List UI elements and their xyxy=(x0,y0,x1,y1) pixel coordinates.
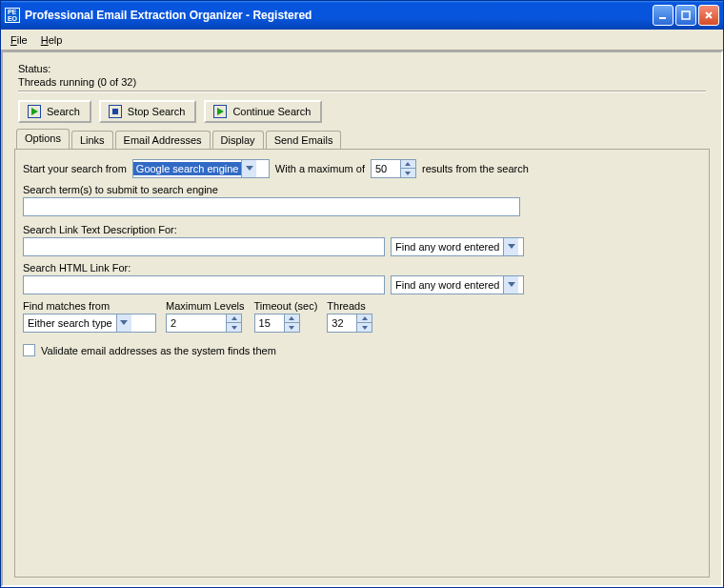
status-area: Status: Threads running (0 of 32) xyxy=(14,60,710,96)
tabstrip: Options Links Email Addresses Display Se… xyxy=(16,129,710,149)
continue-search-label: Continue Search xyxy=(232,106,311,117)
max-results-spinner[interactable]: 50 xyxy=(371,159,416,178)
window-title: Professional Email Extraction Organizer … xyxy=(25,9,653,22)
play-icon xyxy=(213,105,227,118)
svg-marker-18 xyxy=(289,316,294,320)
link-desc-mode-value: Find any word entered xyxy=(392,241,503,253)
menu-file[interactable]: File xyxy=(5,32,33,48)
max-results-value: 50 xyxy=(372,163,400,174)
app-icon: PEEO xyxy=(5,8,20,23)
svg-marker-21 xyxy=(362,326,368,330)
svg-rect-7 xyxy=(112,109,118,114)
svg-rect-1 xyxy=(682,11,690,19)
spin-up-icon[interactable] xyxy=(356,314,372,323)
stop-search-label: Stop Search xyxy=(128,106,186,117)
threads-value: 32 xyxy=(328,317,356,329)
maximize-button[interactable] xyxy=(675,5,696,26)
continue-search-button[interactable]: Continue Search xyxy=(204,100,322,123)
start-search-label: Start your search from xyxy=(23,163,127,174)
play-icon xyxy=(28,105,41,118)
chevron-down-icon xyxy=(241,160,256,177)
svg-marker-20 xyxy=(362,316,368,320)
status-threads: Threads running (0 of 32) xyxy=(18,75,706,89)
svg-marker-16 xyxy=(231,316,237,320)
find-from-label: Find matches from xyxy=(23,300,156,312)
svg-marker-11 xyxy=(405,162,411,166)
svg-rect-0 xyxy=(659,17,666,19)
stop-search-button[interactable]: Stop Search xyxy=(99,100,197,123)
html-link-input[interactable] xyxy=(23,275,385,294)
timeout-spinner[interactable]: 15 xyxy=(254,314,300,333)
threads-label: Threads xyxy=(327,300,372,312)
spin-up-icon[interactable] xyxy=(284,314,299,323)
search-button-label: Search xyxy=(47,106,80,117)
spin-down-icon[interactable] xyxy=(400,169,415,177)
threads-spinner[interactable]: 32 xyxy=(327,314,372,333)
spin-down-icon[interactable] xyxy=(356,323,372,332)
max-levels-label: Maximum Levels xyxy=(166,300,245,312)
spin-down-icon[interactable] xyxy=(284,323,299,332)
search-engine-value: Google search engine xyxy=(133,162,242,175)
svg-marker-10 xyxy=(246,166,253,171)
max-levels-value: 2 xyxy=(167,317,226,329)
html-link-mode-select[interactable]: Find any word entered xyxy=(391,275,524,294)
chevron-down-icon xyxy=(503,276,518,294)
search-engine-select[interactable]: Google search engine xyxy=(132,159,270,178)
spin-up-icon[interactable] xyxy=(226,314,241,323)
validate-label: Validate email addresses as the system f… xyxy=(41,345,276,356)
html-link-mode-value: Find any word entered xyxy=(392,279,503,291)
svg-marker-17 xyxy=(231,326,237,330)
client-area: Status: Threads running (0 of 32) Search… xyxy=(1,51,723,587)
link-desc-input[interactable] xyxy=(23,237,385,256)
search-term-label: Search term(s) to submit to search engin… xyxy=(23,184,701,195)
menu-help[interactable]: Help xyxy=(35,32,69,48)
titlebar: PEEO Professional Email Extraction Organ… xyxy=(1,1,723,30)
status-label: Status: xyxy=(18,62,706,75)
tab-send-emails[interactable]: Send Emails xyxy=(266,131,342,150)
app-window: PEEO Professional Email Extraction Organ… xyxy=(0,0,724,588)
svg-marker-15 xyxy=(120,320,128,325)
html-link-label: Search HTML Link For: xyxy=(23,262,701,274)
timeout-label: Timeout (sec) xyxy=(254,300,318,312)
menubar: File Help xyxy=(1,30,723,51)
svg-marker-9 xyxy=(217,108,224,115)
svg-marker-5 xyxy=(31,108,38,115)
svg-marker-12 xyxy=(405,172,411,175)
close-button[interactable] xyxy=(698,5,719,26)
tab-links[interactable]: Links xyxy=(71,131,113,150)
spin-up-icon[interactable] xyxy=(400,160,415,169)
chevron-down-icon xyxy=(503,238,518,255)
svg-marker-14 xyxy=(508,282,515,287)
link-desc-mode-select[interactable]: Find any word entered xyxy=(391,237,524,256)
toolbar: Search Stop Search Continue Search xyxy=(18,100,710,123)
tab-options[interactable]: Options xyxy=(16,129,70,149)
options-panel: Start your search from Google search eng… xyxy=(14,149,710,578)
svg-marker-19 xyxy=(289,326,294,330)
max-levels-spinner[interactable]: 2 xyxy=(166,314,242,333)
max-label: With a maximum of xyxy=(275,163,365,174)
spin-down-icon[interactable] xyxy=(226,323,241,332)
minimize-button[interactable] xyxy=(653,5,674,26)
max-suffix: results from the search xyxy=(422,163,529,174)
search-term-input[interactable] xyxy=(23,197,520,216)
validate-checkbox[interactable] xyxy=(23,344,35,356)
chevron-down-icon xyxy=(116,314,131,332)
find-from-select[interactable]: Either search type xyxy=(23,314,156,333)
stop-icon xyxy=(109,105,122,118)
svg-marker-13 xyxy=(508,244,515,249)
tab-email-addresses[interactable]: Email Addresses xyxy=(115,131,211,150)
search-button[interactable]: Search xyxy=(18,100,91,123)
link-desc-label: Search Link Text Description For: xyxy=(23,224,701,235)
find-from-value: Either search type xyxy=(24,317,116,329)
tab-display[interactable]: Display xyxy=(212,131,264,150)
timeout-value: 15 xyxy=(255,317,284,329)
